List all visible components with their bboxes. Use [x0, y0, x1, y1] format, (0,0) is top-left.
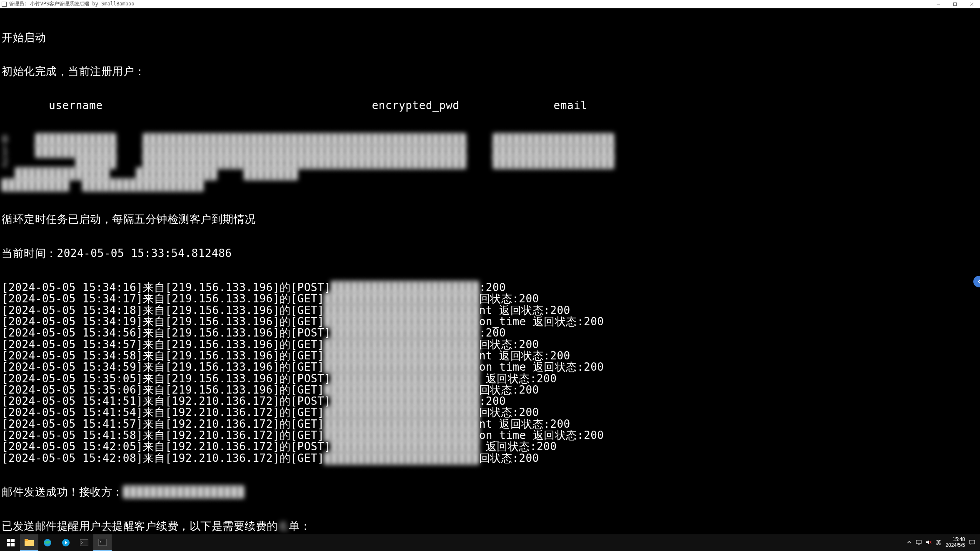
svg-rect-0 [954, 2, 957, 5]
svg-rect-10 [80, 539, 88, 546]
svg-rect-12 [916, 540, 921, 544]
taskbar-app-blue[interactable] [57, 534, 75, 551]
start-button[interactable] [2, 534, 20, 551]
user-row-blurred: 1 ████████████ █████████████████████████… [2, 146, 978, 157]
taskbar-terminal-1[interactable] [75, 534, 93, 551]
request-log-line: [2024-05-05 15:34:56]来自[219.156.133.196]… [2, 327, 978, 339]
request-log-line: [2024-05-05 15:34:17]来自[219.156.133.196]… [2, 293, 978, 304]
terminal-line: 初始化完成，当前注册用户： [2, 66, 978, 77]
taskbar-terminal-2[interactable] [93, 534, 112, 551]
taskbar: 英 15:48 2024/5/5 [0, 534, 980, 551]
tray-time: 15:48 [945, 537, 965, 543]
request-log-line: [2024-05-05 15:41:54]来自[192.210.136.172]… [2, 407, 978, 418]
col-username: username [49, 100, 102, 111]
svg-rect-4 [11, 543, 15, 546]
tray-notifications-icon[interactable] [969, 539, 975, 546]
user-row-blurred: ██████████████ ████████████ ████████ [2, 168, 978, 180]
request-log-line: [2024-05-05 15:34:16]来自[219.156.133.196]… [2, 282, 978, 293]
request-log-line: [2024-05-05 15:34:18]来自[219.156.133.196]… [2, 305, 978, 316]
window-title: 管理员: 小竹VPS客户管理系统后端 by SmallBamboo [9, 0, 135, 7]
svg-rect-3 [7, 543, 10, 546]
tray-date: 2024/5/5 [945, 543, 965, 549]
terminal-line: 开始启动 [2, 32, 978, 43]
request-log-line: [2024-05-05 15:34:59]来自[219.156.133.196]… [2, 362, 978, 373]
app-icon [2, 2, 7, 7]
svg-rect-1 [7, 539, 10, 542]
svg-rect-2 [11, 539, 15, 542]
svg-rect-5 [25, 540, 34, 546]
user-row-blurred: ██████████ ██████████████████ [2, 180, 978, 191]
request-log-line: [2024-05-05 15:34:19]来自[219.156.133.196]… [2, 316, 978, 327]
request-log-line: [2024-05-05 15:34:58]来自[219.156.133.196]… [2, 350, 978, 362]
tray-clock[interactable]: 15:48 2024/5/5 [945, 537, 965, 549]
taskbar-edge-browser[interactable] [38, 534, 57, 551]
request-log-line: [2024-05-05 15:35:06]来自[219.156.133.196]… [2, 384, 978, 396]
user-row-blurred: 2 ██████ ███████████████████████████████… [2, 157, 978, 168]
terminal-line: 循环定时任务已启动，每隔五分钟检测客户到期情况 [2, 214, 978, 225]
request-log-line: [2024-05-05 15:41:51]来自[192.210.136.172]… [2, 396, 978, 407]
maximize-button[interactable] [947, 0, 963, 8]
request-log-line: [2024-05-05 15:42:05]来自[192.210.136.172]… [2, 441, 978, 452]
table-header-row: username encrypted_pwd email [2, 100, 978, 111]
user-row-blurred: 0 ████████████ █████████████████████████… [2, 134, 978, 145]
request-log-line: [2024-05-05 15:41:57]来自[192.210.136.172]… [2, 419, 978, 430]
svg-rect-6 [25, 539, 28, 541]
svg-rect-13 [970, 540, 975, 544]
request-log-line: [2024-05-05 15:41:58]来自[192.210.136.172]… [2, 430, 978, 441]
tray-chevron-up-icon[interactable] [907, 540, 912, 546]
tray-volume-muted-icon[interactable] [926, 540, 932, 546]
window-titlebar: 管理员: 小竹VPS客户管理系统后端 by SmallBamboo [0, 0, 980, 8]
user-rows-blurred: 0 ████████████ █████████████████████████… [2, 134, 978, 191]
renewal-notice-line: 已发送邮件提醒用户去提醒客户续费，以下是需要续费的名单： [2, 521, 978, 532]
mail-success-line: 邮件发送成功！接收方：██████████████████ [2, 486, 978, 498]
taskbar-file-explorer[interactable] [20, 534, 38, 551]
close-button[interactable] [963, 0, 980, 8]
svg-rect-11 [98, 539, 107, 546]
request-log-line: [2024-05-05 15:34:57]来自[219.156.133.196]… [2, 339, 978, 350]
col-email: email [554, 100, 588, 111]
minimize-button[interactable] [930, 0, 947, 8]
col-encrypted-pwd: encrypted_pwd [372, 100, 459, 111]
system-tray: 英 15:48 2024/5/5 [907, 537, 978, 549]
request-log-line: [2024-05-05 15:35:05]来自[219.156.133.196]… [2, 373, 978, 384]
tray-ime-indicator[interactable]: 英 [936, 539, 941, 546]
tray-display-icon[interactable] [916, 540, 922, 546]
terminal-output[interactable]: 开始启动 初始化完成，当前注册用户： username encrypted_pw… [0, 8, 980, 534]
terminal-line: 当前时间：2024-05-05 15:33:54.812486 [2, 248, 978, 259]
request-log-line: [2024-05-05 15:42:08]来自[192.210.136.172]… [2, 453, 978, 464]
request-log-rows: [2024-05-05 15:34:16]来自[219.156.133.196]… [2, 282, 978, 464]
